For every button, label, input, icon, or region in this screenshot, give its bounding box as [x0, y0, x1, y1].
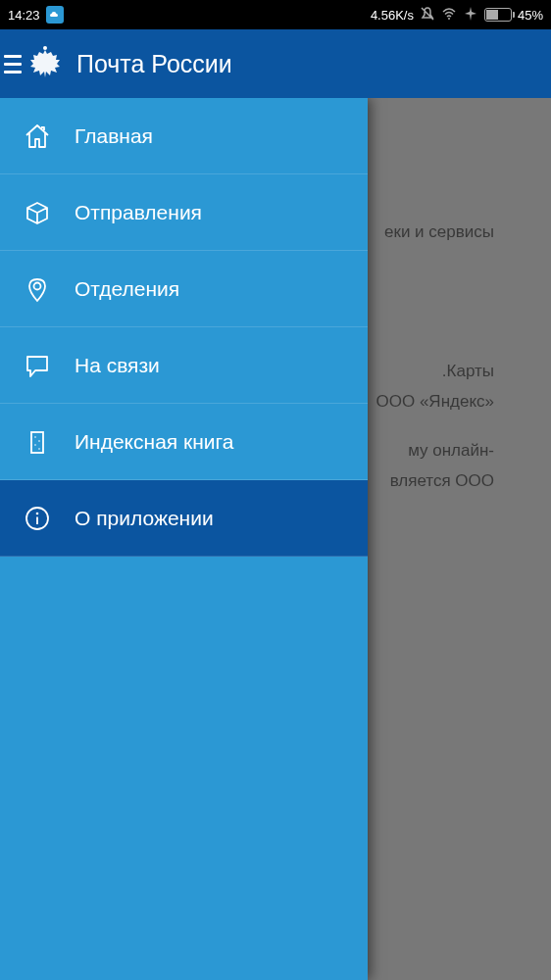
status-speed: 4.56K/s	[371, 8, 414, 23]
wifi-icon	[441, 6, 457, 24]
airplane-icon	[463, 6, 478, 24]
battery-icon	[484, 8, 512, 22]
drawer-item-about[interactable]: О приложении	[0, 480, 368, 557]
svg-point-5	[38, 440, 40, 442]
app-bar: Почта России	[0, 29, 551, 98]
status-bar: 14:23 4.56K/s 45%	[0, 0, 551, 29]
drawer-item-label: Отделения	[75, 277, 179, 301]
package-icon	[20, 195, 55, 230]
cloud-sync-icon	[46, 6, 64, 24]
drawer-item-label: О приложении	[75, 507, 214, 530]
status-battery-pct: 45%	[518, 8, 543, 23]
silent-icon	[420, 6, 435, 24]
app-logo-eagle-icon	[24, 42, 67, 85]
svg-point-1	[43, 46, 47, 50]
svg-point-7	[38, 448, 40, 450]
drawer-item-index-book[interactable]: Индексная книга	[0, 404, 368, 480]
app-title: Почта России	[76, 50, 232, 78]
drawer-item-home[interactable]: Главная	[0, 98, 368, 174]
location-icon	[20, 271, 55, 307]
svg-point-2	[34, 282, 41, 289]
svg-point-0	[448, 18, 450, 20]
chat-icon	[20, 348, 55, 383]
drawer-item-label: Индексная книга	[75, 430, 233, 454]
drawer-item-label: Главная	[75, 124, 153, 148]
drawer-item-offices[interactable]: Отделения	[0, 251, 368, 327]
drawer-item-shipments[interactable]: Отправления	[0, 174, 368, 251]
drawer-item-contact[interactable]: На связи	[0, 327, 368, 404]
navigation-drawer: Главная Отправления Отделения На связи И…	[0, 98, 368, 980]
book-icon	[20, 424, 55, 460]
drawer-item-label: На связи	[75, 354, 160, 377]
info-icon	[20, 501, 55, 536]
svg-point-9	[36, 512, 39, 514]
status-time: 14:23	[8, 8, 40, 23]
svg-point-6	[34, 444, 36, 446]
drawer-item-label: Отправления	[75, 201, 202, 224]
menu-button[interactable]	[4, 34, 22, 93]
svg-point-4	[34, 436, 36, 438]
home-icon	[20, 119, 55, 154]
svg-rect-3	[31, 432, 43, 453]
